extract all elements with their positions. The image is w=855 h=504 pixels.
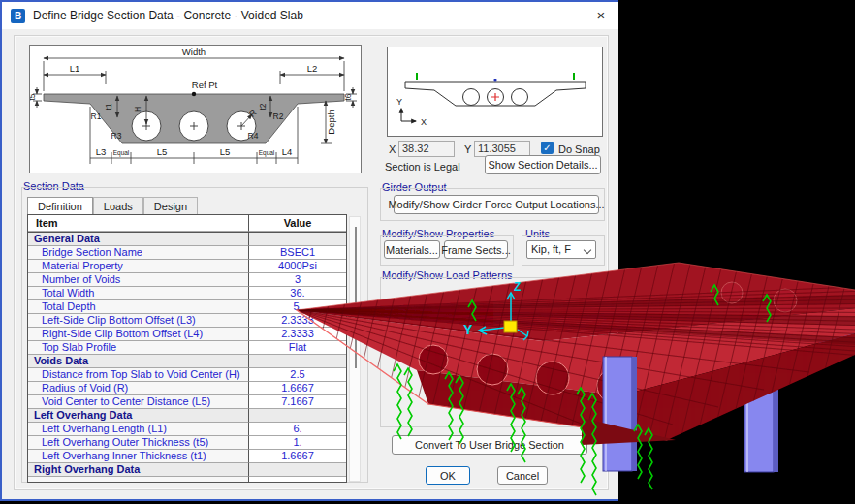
row-item-cell: Right-Side Clip Bottom Offset (L4) (28, 328, 249, 341)
table-row[interactable]: Left Overhang Data (28, 409, 346, 423)
convert-to-user-bridge-section-button[interactable]: Convert To User Bridge Section (392, 435, 587, 455)
row-value-cell[interactable] (249, 477, 346, 483)
close-icon[interactable]: × (589, 5, 613, 26)
row-value-cell[interactable]: 2.3333 (249, 314, 346, 328)
app-icon: B (11, 9, 25, 23)
table-row[interactable]: Right-Side Clip Bottom Offset (L4)2.3333 (28, 328, 346, 341)
row-item-cell: Voids Data (28, 355, 249, 368)
section-data-table: Item Value General DataBridge Section Na… (27, 214, 347, 483)
table-row[interactable]: Total Width36. (28, 287, 346, 300)
row-item-cell: Radius of Void (R) (28, 382, 249, 395)
table-row[interactable]: Total Depth5. (28, 300, 346, 314)
section-status-text: Section is Legal (385, 161, 460, 173)
table-row[interactable]: Top Slab ProfileFlat (28, 341, 346, 355)
table-row[interactable]: Material Property4000Psi (28, 260, 346, 273)
row-value-cell (249, 409, 346, 423)
section-preview-canvas[interactable]: Y X (387, 47, 603, 137)
table-row[interactable]: Left Overhang Outer Thickness (t5)1. (28, 436, 346, 450)
tab-design[interactable]: Design (143, 197, 198, 214)
corner-r2-label: R2 (273, 111, 284, 121)
table-row[interactable]: Left-Side Clip Bottom Offset (L3)2.3333 (28, 314, 346, 328)
section-preview-drawing: Y X (388, 47, 602, 136)
do-snap-label: Do Snap (558, 143, 600, 155)
row-value-cell[interactable]: 1.6667 (249, 450, 346, 463)
row-item-cell: Void Center to Center Distance (L5) (28, 395, 249, 409)
row-item-cell: Total Width (28, 287, 249, 300)
row-item-cell: Number of Voids (28, 273, 249, 287)
corner-r1-label: R1 (91, 111, 102, 121)
far-bent-cap (819, 317, 855, 355)
table-row[interactable]: Bridge Section NameBSEC1 (28, 246, 346, 260)
dim-l5-right-label: L5 (220, 146, 231, 157)
materials-button[interactable]: Materials... (384, 240, 440, 259)
dim-t2-label: t2 (258, 103, 268, 110)
preview-ref-dot (493, 79, 496, 81)
girder-force-output-button[interactable]: Modify/Show Girder Force Output Location… (394, 195, 599, 214)
row-value-cell[interactable]: BSEC1 (249, 246, 346, 260)
cancel-button[interactable]: Cancel (497, 466, 548, 485)
row-value-cell[interactable]: 1.6667 (249, 382, 346, 395)
render-background (618, 0, 855, 504)
row-value-cell[interactable]: 5. (249, 300, 346, 314)
table-row[interactable]: Radius of Void (R)1.6667 (28, 382, 346, 395)
section-schematic-diagram: Width L1 L2 Ref Pt t5 t6 t1 t2 H R R1 R2… (30, 46, 361, 173)
table-row[interactable]: Right Overhang Data (28, 463, 346, 477)
column-header-value: Value (249, 215, 346, 232)
table-scrollbar[interactable] (349, 216, 361, 482)
title-bar[interactable]: B Define Bridge Section Data - Concrete … (2, 2, 618, 29)
row-item-cell: Left Overhang Data (28, 409, 249, 423)
row-item-cell: Material Property (28, 260, 249, 273)
dim-l1-label: L1 (70, 63, 80, 74)
row-item-cell: Right Overhang Data (28, 463, 249, 477)
row-value-cell[interactable]: 2.5 (249, 368, 346, 382)
row-value-cell[interactable]: Flat (249, 341, 346, 355)
row-value-cell[interactable]: 3 (249, 273, 346, 287)
table-row[interactable]: Void Center to Center Distance (L5)7.166… (28, 395, 346, 409)
dim-l2-label: L2 (307, 63, 318, 74)
row-value-cell[interactable]: 4000Psi (249, 260, 346, 273)
row-value-cell[interactable]: 36. (249, 287, 346, 300)
frame-sects-button[interactable]: Frame Sects... (444, 240, 508, 259)
do-snap-checkbox[interactable]: ✓ (541, 142, 554, 154)
table-row[interactable]: Distance from Top Slab to Void Center (H… (28, 368, 346, 382)
units-selected-value: Kip, ft, F (531, 243, 571, 255)
row-value-cell (249, 355, 346, 368)
units-select[interactable]: Kip, ft, F (526, 240, 596, 259)
row-value-cell[interactable]: 7.1667 (249, 395, 346, 409)
table-row[interactable]: Voids Data (28, 355, 346, 368)
row-item-cell: Total Depth (28, 300, 249, 314)
preview-axis-y-label: Y (396, 97, 402, 107)
row-item-cell: General Data (28, 233, 249, 246)
corner-r3-label: R3 (111, 131, 122, 141)
ok-button[interactable]: OK (426, 466, 470, 485)
row-item-cell: Left Overhang Length (L1) (28, 423, 249, 436)
row-value-cell[interactable]: 1. (249, 436, 346, 450)
table-row[interactable] (28, 477, 346, 483)
dim-l3-label: L3 (96, 146, 107, 157)
table-row[interactable]: General Data (28, 233, 346, 246)
table-scrollbar-thumb[interactable] (355, 227, 357, 368)
x-coordinate-label: X (389, 143, 396, 155)
dialog-title: Define Bridge Section Data - Concrete - … (33, 9, 303, 22)
ref-pt-label: Ref Pt (192, 79, 218, 90)
row-value-cell (249, 463, 346, 477)
row-value-cell[interactable]: 6. (249, 423, 346, 436)
table-header-row: Item Value (28, 215, 346, 233)
table-row[interactable]: Left Overhang Length (L1)6. (28, 423, 346, 436)
tab-loads[interactable]: Loads (93, 197, 143, 214)
dim-t6-label: t6 (343, 93, 353, 100)
dim-width-label: Width (182, 47, 206, 57)
dim-t5-label: t5 (30, 93, 37, 100)
row-value-cell[interactable]: 2.3333 (249, 328, 346, 341)
x-coordinate-field[interactable]: 38.32 (398, 141, 455, 157)
table-row[interactable]: Number of Voids3 (28, 273, 346, 287)
tab-definition[interactable]: Definition (27, 197, 93, 214)
ref-point-dot (192, 92, 196, 96)
row-item-cell: Left Overhang Inner Thickness (t1) (28, 450, 249, 463)
row-item-cell: Left Overhang Outer Thickness (t5) (28, 436, 249, 450)
row-item-cell: Left-Side Clip Bottom Offset (L3) (28, 314, 249, 328)
table-row[interactable]: Left Overhang Inner Thickness (t1)1.6667 (28, 450, 346, 463)
dim-depth-label: Depth (326, 110, 336, 134)
show-section-details-button[interactable]: Show Section Details... (485, 155, 601, 174)
dim-h-label: H (133, 107, 142, 112)
